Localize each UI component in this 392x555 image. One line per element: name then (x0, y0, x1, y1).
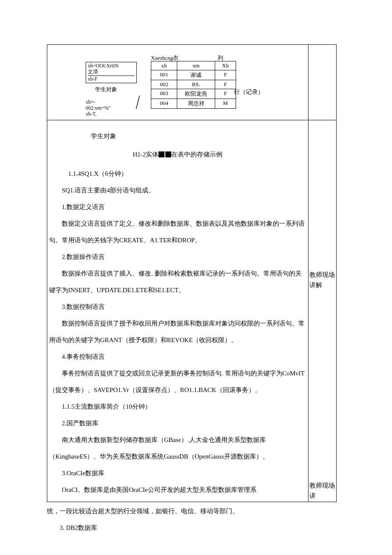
th-xb: Xb (215, 61, 236, 70)
side-cell-lower: 教师现场讲解 教师现场讲 (308, 120, 336, 502)
student-obj-line: 学生对象 (49, 128, 306, 145)
side-cell-upper (308, 45, 336, 120)
th-xh: xh (151, 61, 177, 70)
data-table: xh xm Xb 001 谢诚 F 002 RS. F (151, 61, 236, 109)
below-p2: 3. DB2数据库 (47, 520, 337, 536)
side-note-2: 教师现场讲 (309, 480, 335, 501)
h-oracle: 3.OraCIe数据库 (49, 465, 306, 482)
h-dml: 2.数据操作语言 (49, 249, 306, 265)
p-ddl: 数据定义语言提供了定义、修改和删除数据库、数据表以及其他数据库对象的一系列语句。… (49, 215, 306, 249)
p-sql-intro: SQ1.语言主要由4部分语句组成。 (49, 182, 306, 199)
page: xh=OOI:XrtIN 文清 xb-F 学生对象 xh=- 002:xm=%"… (0, 44, 392, 536)
section-114: 1.1.4SQ1.X（6分钟） (49, 166, 306, 182)
content-body: 学生对象 H1-2实体在表中的存储示例 H1-2实体在表中的存储示例 1.1.4… (47, 128, 308, 502)
table-row: 001 谢诚 F (151, 70, 236, 80)
row-label: 行（记录） (234, 88, 264, 96)
table-row: 003 欧阳龙燕 F (151, 89, 236, 99)
p-tcl: 事务控制语言提供了提交或回京记录更新的事务控制语句. 常用语句的关键字为CoMv… (49, 365, 306, 398)
obj2-line3: xb-T, (86, 111, 110, 117)
section-115: 1.1.5主流数据库简介（10分钟） (49, 398, 306, 415)
object-box-1: xh=OOI:XrtIN 文清 xb-F (86, 62, 137, 83)
layout-table: xh=OOI:XrtIN 文清 xb-F 学生对象 xh=- 002:xm=%"… (47, 44, 337, 502)
h-tcl: 4.事务控制语言 (49, 349, 306, 365)
figure-area: xh=OOI:XrtIN 文清 xb-F 学生对象 xh=- 002:xm=%"… (47, 45, 308, 120)
p-dml: 数据操作语言提供了插入、修改. 删除和检索数裾库记录的一系列语句。常用语句的关键… (49, 265, 306, 299)
th-xm: xm (177, 61, 215, 70)
p-dcl: 数据控制语言提供了授予和收回用户对数据库和数据库对象访问权限的一系列语句。常用语… (49, 315, 306, 349)
h-domestic-db: 2.国产数据库 (49, 415, 306, 432)
obj2-line2: 002:xm=%" (86, 105, 110, 111)
object-box-2: xh=- 002:xm=%" xb-T, (86, 99, 110, 117)
h-ddl: 1.数据定义语言 (49, 199, 306, 215)
p-domestic-db: 南大通用大数据新型列储存数据库（GBase）.人大金仓通用关系型数据库（King… (49, 432, 306, 465)
p-oracle: OraCI。数据库是由美国OraCIe公司开发的超大型关系型数据库管理系 (49, 482, 306, 498)
side-note-1: 教师现场讲解 (309, 270, 335, 290)
obj1-line2: 文清 (88, 69, 135, 75)
obj2-line1: xh=- (86, 99, 110, 105)
table-row: 004 周忠祥 M (151, 99, 236, 109)
obj1-line3: xb-F (88, 76, 135, 82)
h-dcl: 3.数据控制语言 (49, 299, 306, 315)
figure-caption: H1-2实体在表中的存储示例 H1-2实体在表中的存储示例 (49, 146, 306, 163)
below-table-text: 统，一段比较适合超大型的行业领域，如银行、电信、移动等部门。 3. DB2数据库 (47, 502, 337, 536)
below-p1: 统，一段比较适合超大型的行业领域，如银行、电信、移动等部门。 (47, 503, 337, 520)
object-label: 学生对象 (95, 86, 117, 93)
obj1-line1: xh=OOI:XrtIN (88, 63, 135, 69)
table-row: 002 RS. F (151, 80, 236, 89)
slash-divider: / (136, 91, 139, 113)
